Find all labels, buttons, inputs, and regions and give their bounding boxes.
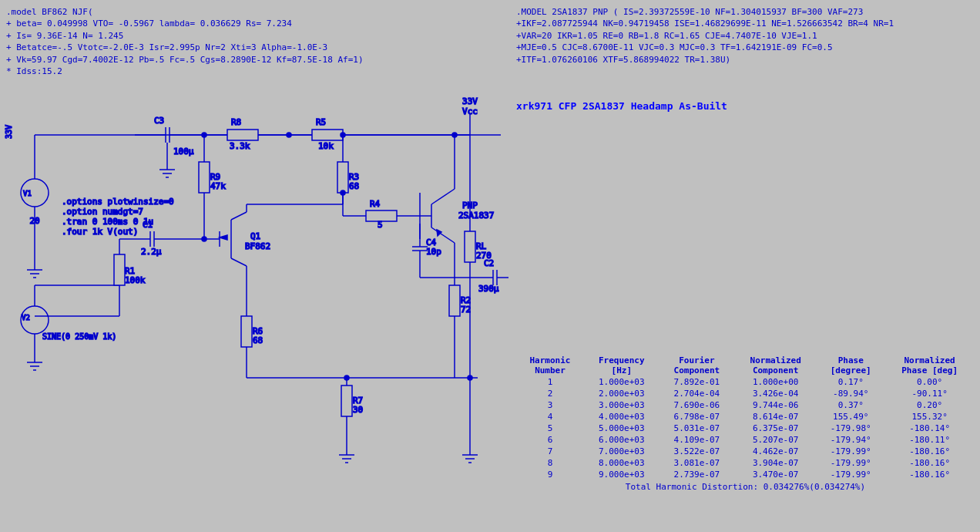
table-cell: 6.000e+03 <box>584 434 659 446</box>
table-cell: 3.000e+03 <box>584 399 659 411</box>
svg-text:R8: R8 <box>231 117 241 127</box>
table-cell: -180.14° <box>884 423 975 434</box>
svg-text:C3: C3 <box>154 116 164 126</box>
svg-rect-41 <box>199 162 210 193</box>
table-cell: 9 <box>516 469 584 480</box>
table-cell: 8.614e-07 <box>734 411 817 423</box>
svg-text:V2: V2 <box>22 314 30 322</box>
schematic-svg: Vcc 33V 20 V1 V2 SINE(0 250mV 1k) <box>0 0 508 532</box>
svg-text:BF862: BF862 <box>245 241 270 251</box>
table-cell: 8.000e+03 <box>584 457 659 469</box>
table-cell: 6 <box>516 434 584 446</box>
svg-marker-83 <box>437 230 441 236</box>
table-cell: -89.94° <box>817 388 884 399</box>
table-cell: 6.798e-07 <box>659 411 735 423</box>
table-cell: 1 <box>516 376 584 388</box>
table-cell: 5.207e-07 <box>734 434 817 446</box>
col-header-phase: Phase[degree] <box>817 355 884 376</box>
svg-text:100µ: 100µ <box>173 146 194 157</box>
thd-row: Total Harmonic Distortion: 0.034276%(0.0… <box>516 482 975 492</box>
table-cell: 5.031e-07 <box>659 423 735 434</box>
table-cell: 3.426e-04 <box>734 388 817 399</box>
col-header-fourier: FourierComponent <box>659 355 735 376</box>
col-header-frequency: Frequency[Hz] <box>584 355 659 376</box>
svg-rect-61 <box>312 130 343 140</box>
table-cell: 3.081e-07 <box>659 457 735 469</box>
svg-text:47k: 47k <box>210 181 226 191</box>
table-cell: 2.000e+03 <box>584 388 659 399</box>
table-cell: 1.000e+00 <box>734 376 817 388</box>
svg-text:Q1: Q1 <box>250 231 260 241</box>
svg-rect-141 <box>465 231 475 262</box>
table-cell: 4.000e+03 <box>584 411 659 423</box>
svg-text:.options plotwinsize=0: .options plotwinsize=0 <box>62 197 174 207</box>
table-cell: 0.00° <box>884 376 975 388</box>
svg-text:68: 68 <box>349 181 359 191</box>
table-cell: -180.16° <box>884 457 975 469</box>
svg-text:33V: 33V <box>462 96 478 106</box>
table-cell: 7.000e+03 <box>584 446 659 457</box>
svg-line-99 <box>231 212 247 220</box>
svg-text:10p: 10p <box>426 247 441 257</box>
svg-point-127 <box>344 375 349 380</box>
col-header-harmonic: HarmonicNumber <box>516 355 584 376</box>
table-cell: 5.000e+03 <box>584 423 659 434</box>
table-cell: -180.16° <box>884 446 975 457</box>
svg-text:3.3k: 3.3k <box>230 141 250 151</box>
main-container: .model BF862 NJF( + beta= 0.049998 VTO= … <box>0 0 980 532</box>
table-cell: -180.11° <box>884 434 975 446</box>
table-cell: 7.690e-06 <box>659 399 735 411</box>
table-cell: 9.744e-06 <box>734 399 817 411</box>
svg-line-100 <box>231 258 247 266</box>
table-cell: 6.375e-07 <box>734 423 817 434</box>
harmonic-table-container: HarmonicNumber Frequency[Hz] FourierComp… <box>516 355 975 492</box>
svg-line-81 <box>431 189 455 204</box>
svg-point-109 <box>341 190 345 195</box>
table-cell: -179.99° <box>817 469 884 480</box>
table-cell: 4.109e-07 <box>659 434 735 446</box>
svg-rect-123 <box>341 386 352 416</box>
svg-text:.tran 0 100ms 0 1u: .tran 0 100ms 0 1u <box>62 217 153 227</box>
svg-point-85 <box>452 133 457 137</box>
svg-text:10k: 10k <box>318 141 334 151</box>
table-cell: 4.462e-07 <box>734 446 817 457</box>
svg-text:68: 68 <box>253 335 263 345</box>
table-cell: 2 <box>516 388 584 399</box>
model-text-right: .MODEL 2SA1837 PNP ( IS=2.39372559E-10 N… <box>516 6 894 66</box>
table-cell: -179.99° <box>817 457 884 469</box>
svg-point-65 <box>202 133 206 137</box>
table-cell: -179.94° <box>817 434 884 446</box>
table-cell: 0.17° <box>817 376 884 388</box>
table-cell: 3 <box>516 399 584 411</box>
svg-text:V1: V1 <box>23 190 32 197</box>
table-cell: -179.98° <box>817 423 884 434</box>
svg-text:R5: R5 <box>316 117 326 127</box>
table-cell: 3.904e-07 <box>734 457 817 469</box>
table-cell: -180.16° <box>884 469 975 480</box>
table-cell: 155.49° <box>817 411 884 423</box>
svg-text:R4: R4 <box>370 199 381 209</box>
table-cell: -179.99° <box>817 446 884 457</box>
svg-rect-68 <box>337 162 348 193</box>
svg-text:SINE(0 250mV 1k): SINE(0 250mV 1k) <box>42 332 116 341</box>
table-cell: 3.470e-07 <box>734 469 817 480</box>
svg-text:33V: 33V <box>5 125 13 139</box>
svg-rect-23 <box>114 254 125 285</box>
table-cell: -90.11° <box>884 388 975 399</box>
table-cell: 155.32° <box>884 411 975 423</box>
svg-text:390µ: 390µ <box>478 284 499 294</box>
table-cell: 7 <box>516 446 584 457</box>
svg-text:270: 270 <box>476 251 492 261</box>
svg-text:.option numdgt=7: .option numdgt=7 <box>62 207 143 217</box>
svg-text:5: 5 <box>378 220 383 230</box>
svg-rect-56 <box>227 130 258 140</box>
table-cell: 7.892e-01 <box>659 376 735 388</box>
table-cell: 1.000e+03 <box>584 376 659 388</box>
svg-text:2.2µ: 2.2µ <box>141 247 162 257</box>
svg-marker-103 <box>220 235 227 240</box>
col-header-norm-phase: NormalizedPhase [deg] <box>884 355 975 376</box>
svg-text:.four 1k V(out): .four 1k V(out) <box>62 227 138 237</box>
circuit-title: xrk971 CFP 2SA1837 Headamp As-Built <box>516 100 727 112</box>
table-cell: 2.704e-04 <box>659 388 735 399</box>
svg-text:2SA1837: 2SA1837 <box>458 210 494 221</box>
